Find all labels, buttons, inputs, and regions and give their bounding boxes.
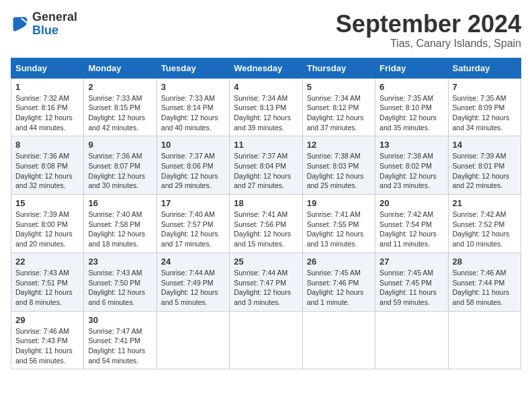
- day-info: Sunrise: 7:36 AM Sunset: 8:08 PM Dayligh…: [15, 151, 79, 191]
- calendar-cell: 13Sunrise: 7:38 AM Sunset: 8:02 PM Dayli…: [375, 136, 448, 195]
- calendar-cell: 16Sunrise: 7:40 AM Sunset: 7:58 PM Dayli…: [84, 195, 157, 253]
- day-info: Sunrise: 7:44 AM Sunset: 7:47 PM Dayligh…: [234, 268, 298, 308]
- title-block: September 2024 Tias, Canary Islands, Spa…: [336, 11, 521, 50]
- calendar-cell: [375, 311, 448, 369]
- day-info: Sunrise: 7:42 AM Sunset: 7:52 PM Dayligh…: [453, 210, 517, 249]
- calendar-cell: 3Sunrise: 7:33 AM Sunset: 8:14 PM Daylig…: [157, 78, 229, 136]
- day-number: 8: [15, 140, 79, 150]
- calendar-cell: 18Sunrise: 7:41 AM Sunset: 7:56 PM Dayli…: [230, 195, 302, 253]
- day-number: 11: [234, 140, 298, 150]
- day-info: Sunrise: 7:39 AM Sunset: 8:01 PM Dayligh…: [453, 151, 517, 191]
- day-number: 21: [453, 198, 517, 208]
- calendar-cell: 9Sunrise: 7:36 AM Sunset: 8:07 PM Daylig…: [84, 136, 157, 195]
- day-info: Sunrise: 7:43 AM Sunset: 7:50 PM Dayligh…: [88, 268, 152, 308]
- day-number: 27: [380, 257, 443, 267]
- calendar-table: SundayMondayTuesdayWednesdayThursdayFrid…: [11, 58, 521, 370]
- day-number: 3: [161, 82, 225, 92]
- day-number: 10: [161, 140, 225, 150]
- logo-general-text: General: [32, 10, 77, 24]
- calendar-week-row: 1Sunrise: 7:32 AM Sunset: 8:16 PM Daylig…: [11, 78, 521, 136]
- calendar-cell: 8Sunrise: 7:36 AM Sunset: 8:08 PM Daylig…: [11, 136, 84, 195]
- day-info: Sunrise: 7:33 AM Sunset: 8:14 PM Dayligh…: [161, 93, 225, 133]
- day-number: 14: [453, 140, 517, 150]
- calendar-cell: 25Sunrise: 7:44 AM Sunset: 7:47 PM Dayli…: [230, 253, 302, 311]
- weekday-header: Wednesday: [230, 58, 302, 78]
- day-number: 18: [234, 198, 298, 208]
- day-number: 24: [161, 257, 225, 267]
- day-info: Sunrise: 7:40 AM Sunset: 7:58 PM Dayligh…: [88, 210, 152, 249]
- day-number: 25: [234, 257, 298, 267]
- day-number: 17: [161, 198, 225, 208]
- calendar-cell: 2Sunrise: 7:33 AM Sunset: 8:15 PM Daylig…: [84, 78, 157, 136]
- day-number: 29: [15, 315, 79, 325]
- day-info: Sunrise: 7:41 AM Sunset: 7:56 PM Dayligh…: [234, 210, 298, 249]
- calendar-cell: 5Sunrise: 7:34 AM Sunset: 8:12 PM Daylig…: [302, 78, 375, 136]
- calendar-body: 1Sunrise: 7:32 AM Sunset: 8:16 PM Daylig…: [11, 78, 521, 369]
- day-info: Sunrise: 7:47 AM Sunset: 7:41 PM Dayligh…: [88, 326, 152, 366]
- weekday-header: Sunday: [11, 58, 84, 78]
- day-number: 30: [88, 315, 152, 325]
- calendar-cell: 28Sunrise: 7:46 AM Sunset: 7:44 PM Dayli…: [448, 253, 521, 311]
- weekday-header: Monday: [84, 58, 157, 78]
- calendar-cell: [230, 311, 302, 369]
- day-info: Sunrise: 7:34 AM Sunset: 8:13 PM Dayligh…: [234, 93, 298, 133]
- day-number: 16: [88, 198, 152, 208]
- day-number: 20: [380, 198, 443, 208]
- day-info: Sunrise: 7:32 AM Sunset: 8:16 PM Dayligh…: [15, 93, 79, 133]
- day-number: 19: [307, 198, 371, 208]
- calendar-cell: 30Sunrise: 7:47 AM Sunset: 7:41 PM Dayli…: [84, 311, 157, 369]
- calendar-cell: 4Sunrise: 7:34 AM Sunset: 8:13 PM Daylig…: [230, 78, 302, 136]
- day-info: Sunrise: 7:38 AM Sunset: 8:03 PM Dayligh…: [307, 151, 371, 191]
- calendar-week-row: 8Sunrise: 7:36 AM Sunset: 8:08 PM Daylig…: [11, 136, 521, 195]
- day-number: 13: [380, 140, 443, 150]
- day-info: Sunrise: 7:44 AM Sunset: 7:49 PM Dayligh…: [161, 268, 225, 308]
- day-info: Sunrise: 7:46 AM Sunset: 7:44 PM Dayligh…: [453, 268, 517, 308]
- calendar-cell: 24Sunrise: 7:44 AM Sunset: 7:49 PM Dayli…: [157, 253, 229, 311]
- day-number: 26: [307, 257, 371, 267]
- weekday-header: Friday: [375, 58, 448, 78]
- day-info: Sunrise: 7:41 AM Sunset: 7:55 PM Dayligh…: [307, 210, 371, 249]
- logo-blue-text: Blue: [32, 24, 58, 37]
- weekday-header: Thursday: [302, 58, 375, 78]
- day-number: 5: [307, 82, 371, 92]
- location: Tias, Canary Islands, Spain: [336, 38, 521, 50]
- weekday-header-row: SundayMondayTuesdayWednesdayThursdayFrid…: [11, 58, 521, 78]
- day-number: 12: [307, 140, 371, 150]
- page-header: General Blue September 2024 Tias, Canary…: [11, 11, 521, 50]
- day-number: 2: [88, 82, 152, 92]
- calendar-week-row: 15Sunrise: 7:39 AM Sunset: 8:00 PM Dayli…: [11, 195, 521, 253]
- calendar-cell: 12Sunrise: 7:38 AM Sunset: 8:03 PM Dayli…: [302, 136, 375, 195]
- day-info: Sunrise: 7:35 AM Sunset: 8:09 PM Dayligh…: [453, 93, 517, 133]
- calendar-cell: 6Sunrise: 7:35 AM Sunset: 8:10 PM Daylig…: [375, 78, 448, 136]
- calendar-cell: 10Sunrise: 7:37 AM Sunset: 8:06 PM Dayli…: [157, 136, 229, 195]
- logo-icon: [11, 15, 30, 34]
- day-info: Sunrise: 7:36 AM Sunset: 8:07 PM Dayligh…: [88, 151, 152, 191]
- day-info: Sunrise: 7:45 AM Sunset: 7:45 PM Dayligh…: [380, 268, 443, 308]
- weekday-header: Tuesday: [157, 58, 229, 78]
- day-info: Sunrise: 7:35 AM Sunset: 8:10 PM Dayligh…: [380, 93, 443, 133]
- day-number: 28: [453, 257, 517, 267]
- calendar-cell: 17Sunrise: 7:40 AM Sunset: 7:57 PM Dayli…: [157, 195, 229, 253]
- day-number: 15: [15, 198, 79, 208]
- calendar-cell: [157, 311, 229, 369]
- calendar-cell: 26Sunrise: 7:45 AM Sunset: 7:46 PM Dayli…: [302, 253, 375, 311]
- day-info: Sunrise: 7:42 AM Sunset: 7:54 PM Dayligh…: [380, 210, 443, 249]
- calendar-cell: 21Sunrise: 7:42 AM Sunset: 7:52 PM Dayli…: [448, 195, 521, 253]
- logo: General Blue: [11, 11, 77, 38]
- calendar-cell: 23Sunrise: 7:43 AM Sunset: 7:50 PM Dayli…: [84, 253, 157, 311]
- day-info: Sunrise: 7:46 AM Sunset: 7:43 PM Dayligh…: [15, 326, 79, 366]
- day-number: 23: [88, 257, 152, 267]
- day-info: Sunrise: 7:45 AM Sunset: 7:46 PM Dayligh…: [307, 268, 371, 308]
- day-info: Sunrise: 7:37 AM Sunset: 8:04 PM Dayligh…: [234, 151, 298, 191]
- day-number: 7: [453, 82, 517, 92]
- day-number: 6: [380, 82, 443, 92]
- month-title: September 2024: [336, 11, 521, 38]
- calendar-cell: 11Sunrise: 7:37 AM Sunset: 8:04 PM Dayli…: [230, 136, 302, 195]
- weekday-header: Saturday: [448, 58, 521, 78]
- calendar-week-row: 29Sunrise: 7:46 AM Sunset: 7:43 PM Dayli…: [11, 311, 521, 369]
- calendar-cell: 15Sunrise: 7:39 AM Sunset: 8:00 PM Dayli…: [11, 195, 84, 253]
- day-info: Sunrise: 7:40 AM Sunset: 7:57 PM Dayligh…: [161, 210, 225, 249]
- calendar-cell: 22Sunrise: 7:43 AM Sunset: 7:51 PM Dayli…: [11, 253, 84, 311]
- day-info: Sunrise: 7:34 AM Sunset: 8:12 PM Dayligh…: [307, 93, 371, 133]
- calendar-week-row: 22Sunrise: 7:43 AM Sunset: 7:51 PM Dayli…: [11, 253, 521, 311]
